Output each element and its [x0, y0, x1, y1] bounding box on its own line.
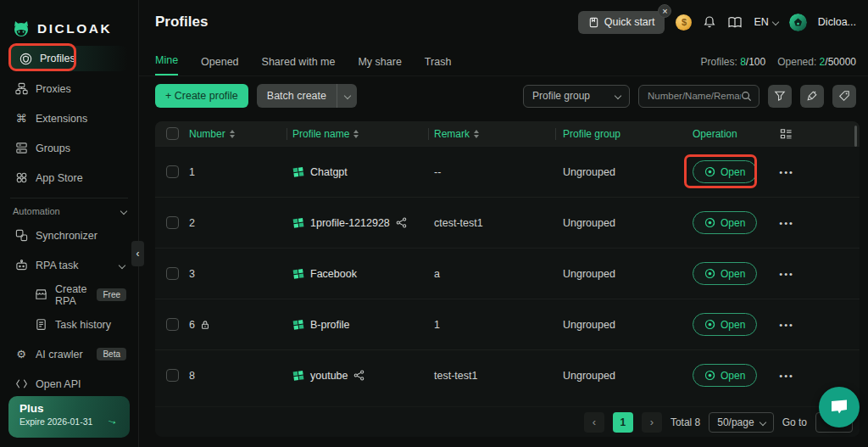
column-label: Operation [693, 128, 737, 140]
sort-icon[interactable] [230, 130, 235, 138]
rpa-task-icon [14, 259, 28, 272]
tab-trash[interactable]: Trash [425, 56, 452, 75]
sidebar-item-rpa-task[interactable]: RPA task [0, 250, 138, 280]
sidebar-item-app-store[interactable]: App Store [0, 163, 138, 193]
column-header-number[interactable]: Number [189, 128, 292, 140]
create-profile-button[interactable]: + Create profile [155, 84, 248, 108]
table-row: 3 Facebook a Ungrouped Open ••• [155, 248, 860, 299]
row-checkbox[interactable] [166, 369, 179, 382]
open-profile-button[interactable]: Open [693, 313, 757, 336]
more-actions-button[interactable]: ••• [779, 218, 794, 228]
table-row: 8 youtube test-test1 Ungrouped Open ••• [155, 349, 860, 400]
more-actions-button[interactable]: ••• [779, 320, 794, 330]
open-profile-button[interactable]: Open [693, 160, 757, 183]
windows-os-icon [292, 268, 304, 280]
quick-start-button[interactable]: Quick start × [578, 11, 665, 34]
column-divider [287, 128, 287, 140]
open-label: Open [721, 319, 745, 331]
batch-create-dropdown[interactable] [337, 84, 357, 108]
plus-plan-card[interactable]: Plus Expire 2026-01-31 → [8, 396, 130, 438]
tab-opened[interactable]: Opened [201, 56, 238, 75]
pagination-bar: ‹ 1 › Total 8 50/page Go to [155, 406, 860, 437]
coin-icon[interactable]: $ [676, 14, 692, 31]
prev-page-button[interactable]: ‹ [584, 412, 604, 433]
profile-name-cell: Chatgpt [292, 166, 434, 178]
sort-icon[interactable] [474, 130, 479, 138]
profile-name[interactable]: youtube [310, 370, 348, 382]
filter-button[interactable] [768, 85, 792, 108]
beta-badge: Beta [97, 348, 126, 360]
tab-mine[interactable]: Mine [155, 54, 178, 75]
more-actions-button[interactable]: ••• [779, 371, 794, 381]
profile-name[interactable]: Facebook [310, 268, 357, 280]
column-header-profile-group[interactable]: Profile group [563, 128, 693, 140]
row-checkbox[interactable] [166, 267, 179, 280]
batch-create-label: Batch create [257, 90, 337, 102]
sidebar-item-ai-crawler[interactable]: ⚙ AI crawler Beta [0, 339, 138, 369]
sidebar-item-synchronizer[interactable]: Synchronizer [0, 221, 138, 250]
column-header-remark[interactable]: Remark [434, 128, 563, 140]
search-input[interactable] [648, 91, 741, 101]
column-label: Remark [434, 128, 470, 140]
sidebar-item-label: Synchronizer [36, 230, 97, 242]
profile-name[interactable]: Chatgpt [310, 166, 348, 178]
profiles-count-label: Profiles: [700, 56, 737, 68]
column-settings-icon[interactable] [780, 128, 793, 140]
brand-logo[interactable]: DICLOAK [0, 0, 138, 44]
next-page-button[interactable]: › [642, 412, 662, 433]
profile-name[interactable]: B-profile [310, 319, 350, 331]
sidebar-item-create-rpa[interactable]: Create RPA Free [0, 280, 138, 310]
batch-create-button[interactable]: Batch create [257, 84, 357, 108]
row-checkbox[interactable] [166, 216, 179, 229]
opened-count: Opened: 2/50000 [777, 56, 856, 68]
open-profile-button[interactable]: Open [693, 211, 757, 234]
close-icon[interactable]: × [658, 4, 671, 18]
row-checkbox[interactable] [166, 318, 179, 331]
page-size-select[interactable]: 50/page [709, 412, 773, 433]
chevron-down-icon [343, 92, 350, 99]
open-label: Open [721, 370, 745, 382]
tag-button[interactable] [832, 85, 856, 108]
username[interactable]: Dicloa... [818, 16, 856, 28]
sidebar-item-extensions[interactable]: ⌘ Extensions [0, 103, 138, 133]
bell-icon[interactable] [703, 15, 716, 29]
tab-my-share[interactable]: My share [358, 56, 401, 75]
clear-filter-button[interactable] [800, 85, 824, 108]
operation-cell: Open ••• [693, 211, 860, 234]
more-actions-button[interactable]: ••• [779, 269, 794, 279]
sidebar-item-task-history[interactable]: Task history [0, 310, 138, 339]
sidebar-item-profiles[interactable]: Profiles [10, 46, 128, 71]
quick-start-label: Quick start [604, 16, 655, 28]
windows-os-icon [292, 166, 304, 178]
sidebar-item-proxies[interactable]: Proxies [0, 74, 138, 103]
current-page-button[interactable]: 1 [613, 412, 633, 433]
sidebar-collapse-handle[interactable]: ‹ [131, 241, 144, 266]
sidebar-item-groups[interactable]: Groups [0, 133, 138, 163]
sidebar-item-label: Create RPA [55, 283, 89, 307]
sort-icon[interactable] [353, 130, 359, 138]
profile-group-select[interactable]: Profile group [523, 85, 630, 108]
user-avatar[interactable] [789, 14, 807, 31]
browser-globe-icon [704, 370, 715, 381]
table-row: 6 B-profile 1 Ungrouped Open ••• [155, 299, 860, 349]
column-header-profile-name[interactable]: Profile name [292, 128, 434, 140]
automation-section-toggle[interactable]: Automation [0, 198, 138, 221]
docs-book-icon[interactable] [727, 16, 743, 29]
select-all-checkbox[interactable] [166, 127, 179, 140]
profile-number: 8 [189, 370, 195, 382]
dicloak-owl-icon [11, 19, 31, 39]
chat-widget-button[interactable] [819, 387, 860, 427]
more-actions-button[interactable]: ••• [779, 167, 794, 177]
language-selector[interactable]: EN [754, 16, 777, 28]
profile-group-placeholder: Profile group [532, 90, 590, 102]
column-header-operation: Operation [693, 128, 860, 140]
windows-os-icon [292, 319, 304, 331]
open-profile-button[interactable]: Open [693, 364, 757, 387]
profile-name[interactable]: 1profile-1212928 [310, 217, 390, 229]
table-scrollbar[interactable] [854, 126, 857, 147]
open-profile-button[interactable]: Open [693, 262, 757, 285]
tab-shared-with-me[interactable]: Shared with me [262, 56, 336, 75]
row-checkbox[interactable] [166, 165, 179, 178]
number-cell: 6 [189, 319, 292, 331]
sidebar-item-open-api[interactable]: Open API [0, 369, 138, 399]
